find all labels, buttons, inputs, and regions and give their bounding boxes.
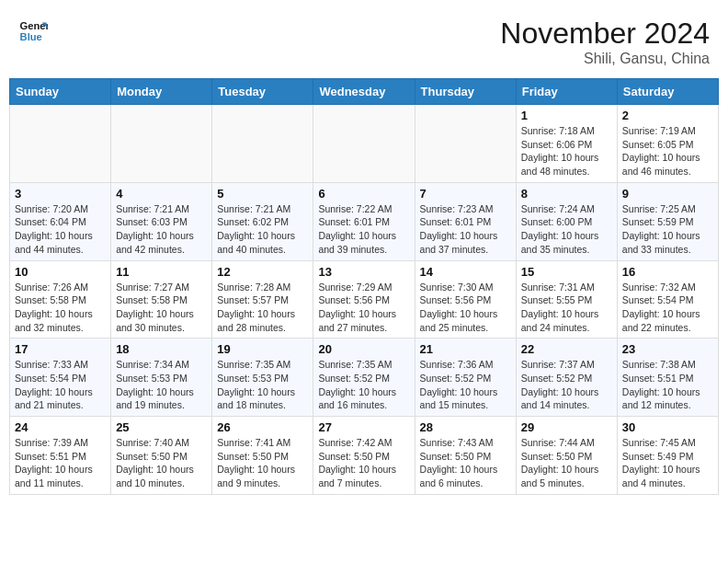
day-info: Sunrise: 7:36 AM Sunset: 5:52 PM Dayligh… — [420, 358, 511, 412]
day-number: 2 — [622, 109, 713, 122]
day-cell: 15Sunrise: 7:31 AM Sunset: 5:55 PM Dayli… — [516, 260, 617, 339]
day-cell: 23Sunrise: 7:38 AM Sunset: 5:51 PM Dayli… — [617, 339, 718, 417]
weekday-header-wednesday: Wednesday — [313, 79, 415, 105]
day-info: Sunrise: 7:26 AM Sunset: 5:58 PM Dayligh… — [15, 281, 106, 335]
day-info: Sunrise: 7:28 AM Sunset: 5:57 PM Dayligh… — [217, 281, 308, 335]
day-cell: 8Sunrise: 7:24 AM Sunset: 6:00 PM Daylig… — [516, 182, 617, 260]
day-cell: 22Sunrise: 7:37 AM Sunset: 5:52 PM Dayli… — [516, 339, 617, 417]
svg-text:General: General — [20, 20, 48, 31]
day-cell: 14Sunrise: 7:30 AM Sunset: 5:56 PM Dayli… — [415, 260, 516, 339]
day-number: 13 — [318, 265, 409, 279]
day-info: Sunrise: 7:24 AM Sunset: 6:00 PM Dayligh… — [521, 202, 612, 257]
weekday-header-saturday: Saturday — [617, 79, 718, 105]
day-number: 21 — [420, 342, 511, 356]
day-cell: 16Sunrise: 7:32 AM Sunset: 5:54 PM Dayli… — [617, 260, 718, 339]
day-info: Sunrise: 7:29 AM Sunset: 5:56 PM Dayligh… — [318, 281, 409, 335]
day-number: 9 — [622, 187, 713, 201]
day-number: 16 — [622, 265, 713, 279]
day-info: Sunrise: 7:32 AM Sunset: 5:54 PM Dayligh… — [622, 281, 713, 335]
day-cell: 4Sunrise: 7:21 AM Sunset: 6:03 PM Daylig… — [111, 182, 212, 260]
day-cell: 6Sunrise: 7:22 AM Sunset: 6:01 PM Daylig… — [313, 182, 415, 260]
day-cell: 30Sunrise: 7:45 AM Sunset: 5:49 PM Dayli… — [617, 417, 718, 495]
day-cell: 5Sunrise: 7:21 AM Sunset: 6:02 PM Daylig… — [212, 182, 313, 260]
day-info: Sunrise: 7:38 AM Sunset: 5:51 PM Dayligh… — [622, 358, 713, 412]
day-cell: 24Sunrise: 7:39 AM Sunset: 5:51 PM Dayli… — [10, 417, 111, 495]
weekday-header-sunday: Sunday — [10, 79, 111, 105]
day-cell: 18Sunrise: 7:34 AM Sunset: 5:53 PM Dayli… — [111, 339, 212, 417]
weekday-header-tuesday: Tuesday — [212, 79, 313, 105]
weekday-header-thursday: Thursday — [415, 79, 516, 105]
day-number: 30 — [622, 420, 713, 434]
day-number: 22 — [521, 342, 612, 356]
day-info: Sunrise: 7:21 AM Sunset: 6:03 PM Dayligh… — [116, 202, 207, 257]
day-cell: 3Sunrise: 7:20 AM Sunset: 6:04 PM Daylig… — [10, 182, 111, 260]
day-number: 24 — [15, 420, 106, 434]
day-number: 23 — [622, 342, 713, 356]
title-block: November 2024 Shili, Gansu, China — [500, 17, 710, 67]
day-info: Sunrise: 7:34 AM Sunset: 5:53 PM Dayligh… — [116, 358, 207, 412]
day-number: 29 — [521, 420, 612, 434]
svg-text:Blue: Blue — [20, 31, 42, 42]
day-cell: 11Sunrise: 7:27 AM Sunset: 5:58 PM Dayli… — [111, 260, 212, 339]
day-cell: 20Sunrise: 7:35 AM Sunset: 5:52 PM Dayli… — [313, 339, 415, 417]
day-number: 12 — [217, 265, 308, 279]
day-number: 28 — [420, 420, 511, 434]
day-cell: 13Sunrise: 7:29 AM Sunset: 5:56 PM Dayli… — [313, 260, 415, 339]
weekday-header-friday: Friday — [516, 79, 617, 105]
day-info: Sunrise: 7:41 AM Sunset: 5:50 PM Dayligh… — [217, 436, 308, 490]
day-cell: 17Sunrise: 7:33 AM Sunset: 5:54 PM Dayli… — [10, 339, 111, 417]
week-row-4: 17Sunrise: 7:33 AM Sunset: 5:54 PM Dayli… — [10, 339, 719, 417]
logo: General Blue — [18, 17, 48, 46]
day-info: Sunrise: 7:44 AM Sunset: 5:50 PM Dayligh… — [521, 436, 612, 490]
day-cell: 29Sunrise: 7:44 AM Sunset: 5:50 PM Dayli… — [516, 417, 617, 495]
month-title: November 2024 — [500, 17, 710, 51]
day-number: 8 — [521, 187, 612, 201]
day-info: Sunrise: 7:35 AM Sunset: 5:53 PM Dayligh… — [217, 358, 308, 412]
day-cell: 10Sunrise: 7:26 AM Sunset: 5:58 PM Dayli… — [10, 260, 111, 339]
day-cell: 2Sunrise: 7:19 AM Sunset: 6:05 PM Daylig… — [617, 105, 718, 183]
day-info: Sunrise: 7:19 AM Sunset: 6:05 PM Dayligh… — [622, 124, 713, 178]
day-info: Sunrise: 7:31 AM Sunset: 5:55 PM Dayligh… — [521, 281, 612, 335]
day-number: 17 — [15, 342, 106, 356]
day-number: 3 — [15, 187, 106, 201]
day-cell: 1Sunrise: 7:18 AM Sunset: 6:06 PM Daylig… — [516, 105, 617, 183]
day-cell: 25Sunrise: 7:40 AM Sunset: 5:50 PM Dayli… — [111, 417, 212, 495]
day-cell: 7Sunrise: 7:23 AM Sunset: 6:01 PM Daylig… — [415, 182, 516, 260]
location: Shili, Gansu, China — [500, 51, 710, 67]
day-cell: 26Sunrise: 7:41 AM Sunset: 5:50 PM Dayli… — [212, 417, 313, 495]
day-number: 11 — [116, 265, 207, 279]
page-header: General Blue November 2024 Shili, Gansu,… — [9, 9, 719, 78]
day-info: Sunrise: 7:20 AM Sunset: 6:04 PM Dayligh… — [15, 202, 106, 257]
day-cell — [111, 105, 212, 183]
day-cell — [415, 105, 516, 183]
day-info: Sunrise: 7:30 AM Sunset: 5:56 PM Dayligh… — [420, 281, 511, 335]
day-info: Sunrise: 7:22 AM Sunset: 6:01 PM Dayligh… — [318, 202, 409, 257]
day-cell — [10, 105, 111, 183]
day-info: Sunrise: 7:23 AM Sunset: 6:01 PM Dayligh… — [420, 202, 511, 257]
day-info: Sunrise: 7:18 AM Sunset: 6:06 PM Dayligh… — [521, 124, 612, 178]
day-cell: 9Sunrise: 7:25 AM Sunset: 5:59 PM Daylig… — [617, 182, 718, 260]
day-info: Sunrise: 7:39 AM Sunset: 5:51 PM Dayligh… — [15, 436, 106, 490]
day-cell — [212, 105, 313, 183]
day-info: Sunrise: 7:35 AM Sunset: 5:52 PM Dayligh… — [318, 358, 409, 412]
day-number: 15 — [521, 265, 612, 279]
calendar-table: SundayMondayTuesdayWednesdayThursdayFrid… — [9, 78, 719, 495]
week-row-5: 24Sunrise: 7:39 AM Sunset: 5:51 PM Dayli… — [10, 417, 719, 495]
day-cell: 19Sunrise: 7:35 AM Sunset: 5:53 PM Dayli… — [212, 339, 313, 417]
day-info: Sunrise: 7:25 AM Sunset: 5:59 PM Dayligh… — [622, 202, 713, 257]
day-number: 14 — [420, 265, 511, 279]
logo-icon: General Blue — [18, 17, 48, 46]
day-info: Sunrise: 7:42 AM Sunset: 5:50 PM Dayligh… — [318, 436, 409, 490]
day-number: 5 — [217, 187, 308, 201]
day-number: 7 — [420, 187, 511, 201]
day-info: Sunrise: 7:43 AM Sunset: 5:50 PM Dayligh… — [420, 436, 511, 490]
day-number: 25 — [116, 420, 207, 434]
day-info: Sunrise: 7:40 AM Sunset: 5:50 PM Dayligh… — [116, 436, 207, 490]
day-number: 10 — [15, 265, 106, 279]
day-info: Sunrise: 7:33 AM Sunset: 5:54 PM Dayligh… — [15, 358, 106, 412]
weekday-header-row: SundayMondayTuesdayWednesdayThursdayFrid… — [10, 79, 719, 105]
day-cell: 28Sunrise: 7:43 AM Sunset: 5:50 PM Dayli… — [415, 417, 516, 495]
week-row-2: 3Sunrise: 7:20 AM Sunset: 6:04 PM Daylig… — [10, 182, 719, 260]
day-info: Sunrise: 7:21 AM Sunset: 6:02 PM Dayligh… — [217, 202, 308, 257]
day-cell: 12Sunrise: 7:28 AM Sunset: 5:57 PM Dayli… — [212, 260, 313, 339]
